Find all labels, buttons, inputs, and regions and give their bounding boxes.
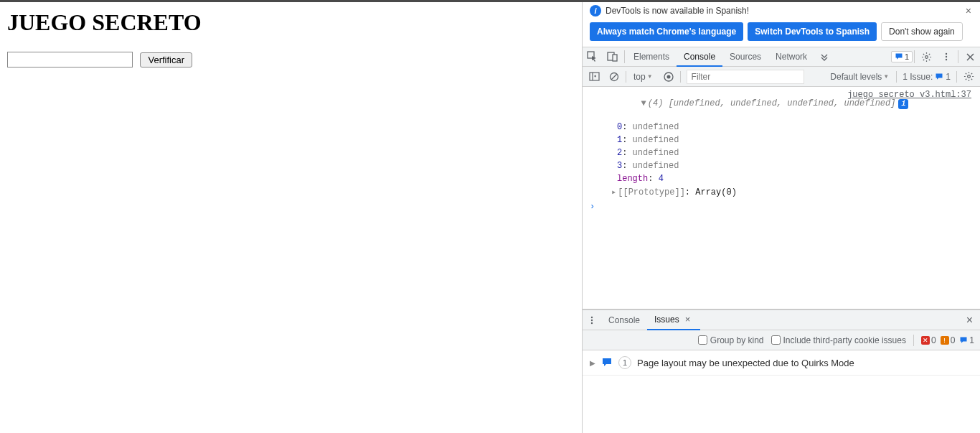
prototype-value: Array(0) — [695, 187, 737, 197]
array-prototype-line[interactable]: ▸[[Prototype]]: Array(0) — [583, 185, 980, 199]
separator — [956, 71, 957, 83]
tab-sources[interactable]: Sources — [722, 47, 768, 67]
separator — [626, 71, 626, 83]
entry-key: 3 — [617, 161, 622, 171]
tab-console[interactable]: Console — [677, 47, 722, 67]
chat-icon — [959, 336, 968, 345]
console-settings-icon[interactable] — [960, 68, 977, 85]
settings-icon[interactable] — [916, 47, 936, 67]
expand-arrow-icon[interactable]: ▶ — [590, 359, 595, 367]
separator — [914, 50, 915, 63]
entry-value: undefined — [633, 161, 679, 171]
log-levels-value: Default levels — [830, 72, 882, 82]
issue-row[interactable]: ▶ 1 Page layout may be unexpected due to… — [583, 350, 980, 376]
include-third-party-input[interactable] — [771, 335, 781, 345]
info-count: 1 — [969, 335, 974, 345]
collapse-arrow-icon[interactable]: ▼ — [641, 98, 646, 108]
issue-text: Page layout may be unexpected due to Qui… — [637, 358, 854, 368]
tab-network[interactable]: Network — [768, 47, 814, 67]
issues-badge[interactable]: 1 — [891, 51, 913, 62]
chat-icon — [935, 73, 943, 81]
entry-key: 2 — [617, 148, 622, 158]
dont-show-again-button[interactable]: Don't show again — [881, 22, 963, 41]
error-icon: ✕ — [921, 336, 930, 345]
guess-input[interactable] — [7, 52, 133, 67]
separator — [896, 71, 897, 83]
page-viewport: JUEGO SECRETO Verfificar — [0, 2, 582, 433]
svg-point-12 — [666, 75, 670, 78]
warning-count-badge[interactable]: !0 — [941, 335, 956, 345]
context-dropdown[interactable]: top ▼ — [629, 72, 657, 82]
length-value: 4 — [659, 174, 664, 184]
clear-console-icon[interactable] — [606, 68, 623, 85]
chevron-down-icon: ▼ — [883, 73, 889, 80]
log-levels-dropdown[interactable]: Default levels ▼ — [826, 72, 893, 82]
drawer-kebab-icon[interactable] — [583, 315, 601, 325]
entry-key: 1 — [617, 135, 622, 145]
group-by-kind-checkbox[interactable]: Group by kind — [698, 335, 764, 345]
console-output[interactable]: juego_secreto v3.html:37 ▼(4) [undefined… — [583, 87, 980, 309]
array-entry-line: 2: undefined — [583, 146, 980, 159]
always-match-language-button[interactable]: Always match Chrome's language — [590, 22, 743, 41]
issues-count: 1 — [946, 72, 951, 82]
console-sidebar-toggle-icon[interactable] — [585, 68, 603, 85]
context-dropdown-value: top — [633, 72, 646, 82]
console-toolbar: top ▼ Default levels ▼ 1 Issue: 1 — [583, 67, 980, 87]
kebab-menu-icon[interactable] — [936, 47, 956, 67]
live-expression-icon[interactable] — [660, 68, 677, 85]
group-by-kind-input[interactable] — [698, 335, 707, 345]
svg-point-4 — [946, 53, 947, 55]
info-icon: i — [590, 5, 601, 17]
drawer-tab-bar: Console Issues × × — [583, 310, 980, 330]
banner-buttons: Always match Chrome's language Switch De… — [583, 19, 980, 47]
close-tab-icon[interactable]: × — [682, 309, 694, 330]
array-entry-line: 0: undefined — [583, 121, 980, 134]
console-prompt[interactable]: › — [583, 199, 980, 215]
svg-point-16 — [591, 322, 593, 323]
drawer-tab-issues-label: Issues — [654, 309, 679, 330]
entry-value: undefined — [633, 148, 679, 158]
prototype-label: [[Prototype]] — [618, 187, 685, 197]
array-entry-line: 1: undefined — [583, 134, 980, 146]
devtools-drawer: Console Issues × × Group by kind Include… — [583, 309, 980, 433]
banner-close-button[interactable]: × — [966, 5, 971, 17]
info-badge-icon[interactable]: i — [898, 99, 908, 109]
drawer-tab-issues[interactable]: Issues × — [647, 310, 700, 330]
array-entry-line: 3: undefined — [583, 159, 980, 172]
drawer-close-icon[interactable]: × — [963, 314, 980, 327]
group-by-kind-label: Group by kind — [710, 335, 764, 345]
close-devtools-icon[interactable] — [960, 47, 980, 67]
svg-line-10 — [611, 74, 617, 80]
more-tabs-icon[interactable] — [814, 47, 834, 67]
issues-link[interactable]: 1 Issue: 1 — [900, 72, 953, 82]
svg-point-6 — [946, 59, 947, 60]
info-count-badge[interactable]: 1 — [959, 335, 974, 345]
warning-icon: ! — [941, 336, 949, 345]
chat-icon — [601, 357, 613, 368]
toggle-device-toolbar-icon[interactable] — [603, 47, 623, 67]
error-count-badge[interactable]: ✕0 — [921, 335, 936, 345]
array-body: [undefined, undefined, undefined, undefi… — [669, 98, 896, 108]
drawer-empty-area — [583, 376, 980, 433]
issue-count-badge: 1 — [618, 356, 631, 369]
separator — [624, 50, 625, 63]
switch-devtools-language-button[interactable]: Switch DevTools to Spanish — [748, 22, 877, 41]
warning-count: 0 — [951, 335, 956, 345]
separator — [958, 50, 958, 63]
entry-value: undefined — [633, 122, 679, 132]
issues-badge-count: 1 — [905, 52, 909, 61]
entry-key: 0 — [617, 122, 622, 132]
separator — [680, 71, 681, 83]
tab-elements[interactable]: Elements — [626, 47, 677, 67]
expand-arrow-icon[interactable]: ▸ — [611, 187, 616, 197]
svg-point-14 — [591, 316, 593, 317]
include-third-party-checkbox[interactable]: Include third-party cookie issues — [771, 335, 906, 345]
drawer-tab-console[interactable]: Console — [601, 310, 647, 330]
source-link[interactable]: juego_secreto v3.html:37 — [847, 90, 971, 100]
chevron-down-icon: ▼ — [647, 73, 653, 80]
separator — [913, 335, 914, 346]
filter-input[interactable] — [687, 70, 804, 84]
verify-button[interactable]: Verfificar — [140, 52, 192, 67]
language-banner: i DevTools is now available in Spanish! … — [583, 2, 980, 19]
inspect-element-icon[interactable] — [583, 47, 603, 67]
